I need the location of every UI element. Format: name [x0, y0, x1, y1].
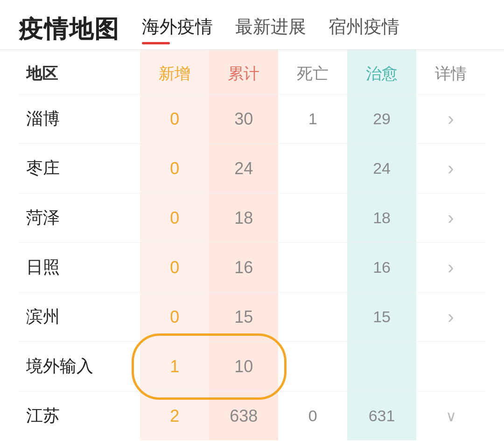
cell-siwang — [278, 193, 347, 243]
table-header-row: 地区 新增 累计 死亡 治愈 详情 — [19, 50, 485, 94]
cell-xinzeng: 1 — [140, 342, 209, 391]
col-header-leiji: 累计 — [209, 50, 278, 94]
cell-xinzeng: 0 — [140, 193, 209, 243]
data-table-wrap: 地区 新增 累计 死亡 治愈 详情 淄博030129›枣庄02424›菏泽018… — [0, 50, 504, 440]
cell-xinzeng: 0 — [140, 94, 209, 144]
chevron-right-icon: › — [448, 257, 454, 277]
chevron-right-icon: › — [448, 207, 454, 228]
table-row[interactable]: 境外输入110 — [19, 342, 485, 391]
table-row[interactable]: 江苏26380631∨ — [19, 391, 485, 441]
nav-item-suzhou[interactable]: 宿州疫情 — [329, 15, 399, 44]
cell-region: 境外输入 — [19, 342, 140, 391]
cell-region: 枣庄 — [19, 144, 140, 193]
footer-watermark: 头条 @中小学教育者 — [0, 440, 504, 446]
cell-leiji: 638 — [209, 391, 278, 441]
cell-siwang — [278, 342, 347, 391]
cell-zhiyu: 18 — [347, 193, 416, 243]
cell-leiji: 10 — [209, 342, 278, 391]
cell-zhiyu: 15 — [347, 292, 416, 342]
cell-region: 滨州 — [19, 292, 140, 342]
col-header-zhiyu: 治愈 — [347, 50, 416, 94]
cell-zhiyu: 29 — [347, 94, 416, 144]
cell-chevron[interactable]: › — [416, 94, 485, 144]
cell-leiji: 30 — [209, 94, 278, 144]
col-header-siwang: 死亡 — [278, 50, 347, 94]
table-row[interactable]: 日照01616› — [19, 243, 485, 292]
cell-chevron[interactable]: › — [416, 193, 485, 243]
cell-xinzeng: 0 — [140, 243, 209, 292]
cell-zhiyu: 631 — [347, 391, 416, 441]
cell-leiji: 24 — [209, 144, 278, 193]
cell-siwang — [278, 292, 347, 342]
cell-region: 日照 — [19, 243, 140, 292]
chevron-right-icon: › — [448, 158, 454, 178]
cell-zhiyu: 24 — [347, 144, 416, 193]
header: 疫情地图 海外疫情 最新进展 宿州疫情 — [0, 0, 504, 46]
cell-chevron[interactable]: › — [416, 243, 485, 292]
page-title: 疫情地图 — [19, 13, 119, 46]
cell-region: 江苏 — [19, 391, 140, 441]
table-row[interactable]: 淄博030129› — [19, 94, 485, 144]
cell-xinzeng: 0 — [140, 144, 209, 193]
cell-zhiyu: 16 — [347, 243, 416, 292]
cell-chevron[interactable]: › — [416, 292, 485, 342]
nav-item-latest[interactable]: 最新进展 — [235, 15, 306, 44]
chevron-right-icon: › — [448, 306, 454, 327]
cell-leiji: 18 — [209, 193, 278, 243]
cell-siwang: 0 — [278, 391, 347, 441]
cell-xinzeng: 2 — [140, 391, 209, 441]
table-row[interactable]: 滨州01515› — [19, 292, 485, 342]
col-header-region: 地区 — [19, 50, 140, 94]
cell-siwang — [278, 144, 347, 193]
cell-chevron[interactable]: ∨ — [416, 391, 485, 441]
cell-xinzeng: 0 — [140, 292, 209, 342]
cell-region: 淄博 — [19, 94, 140, 144]
table-row[interactable]: 菏泽01818› — [19, 193, 485, 243]
cell-leiji: 15 — [209, 292, 278, 342]
chevron-right-icon: › — [448, 108, 454, 129]
epidemic-table: 地区 新增 累计 死亡 治愈 详情 淄博030129›枣庄02424›菏泽018… — [19, 50, 485, 440]
cell-chevron[interactable] — [416, 342, 485, 391]
chevron-down-icon: ∨ — [446, 408, 456, 425]
cell-zhiyu — [347, 342, 416, 391]
col-header-xiangqing: 详情 — [416, 50, 485, 94]
cell-siwang — [278, 243, 347, 292]
cell-region: 菏泽 — [19, 193, 140, 243]
cell-siwang: 1 — [278, 94, 347, 144]
table-row[interactable]: 枣庄02424› — [19, 144, 485, 193]
nav-item-overseas[interactable]: 海外疫情 — [142, 15, 213, 44]
col-header-xinzeng: 新增 — [140, 50, 209, 94]
cell-chevron[interactable]: › — [416, 144, 485, 193]
cell-leiji: 16 — [209, 243, 278, 292]
